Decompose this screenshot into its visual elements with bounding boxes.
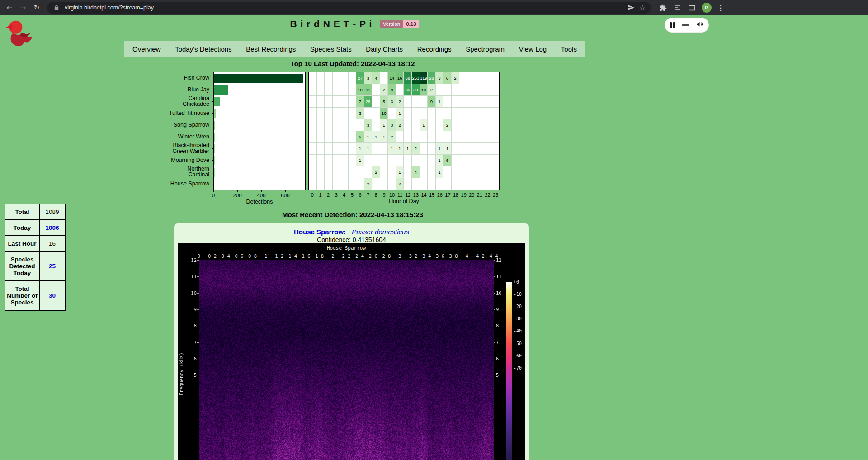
heatmap-cell: 5: [380, 96, 388, 108]
heatmap-cell: [459, 96, 467, 108]
heatmap-cell: 319: [420, 72, 428, 84]
heatmap-cell: 2: [396, 178, 404, 190]
heatmap-cell: 10: [380, 108, 388, 119]
heatmap-cell: [467, 72, 476, 84]
heatmap-cell: [467, 131, 476, 143]
hour-tick-label: 22: [484, 192, 492, 198]
nav-item-spectrogram[interactable]: Spectrogram: [466, 45, 505, 53]
detection-common-name-link[interactable]: House Sparrow:: [294, 228, 346, 236]
species-axis-label: Fish Crow: [108, 72, 213, 84]
nav-item-daily-charts[interactable]: Daily Charts: [366, 45, 403, 53]
pause-icon[interactable]: [670, 22, 675, 28]
bookmark-star-icon[interactable]: ☆: [639, 4, 646, 12]
seek-slider[interactable]: [682, 24, 689, 26]
stat-value-link[interactable]: 25: [49, 263, 56, 270]
nav-item-recordings[interactable]: Recordings: [417, 45, 452, 53]
nav-item-today-s-detections[interactable]: Today's Detections: [175, 45, 231, 53]
heatmap-cell: [436, 131, 444, 143]
heatmap-cell: [436, 119, 444, 131]
colorbar-tick-label: -10: [514, 292, 522, 297]
species-axis-labels: Fish CrowBlue JayCarolina ChickadeeTufte…: [108, 72, 213, 190]
live-stream-audio-player[interactable]: [665, 18, 709, 33]
hour-tick-label: 11: [396, 192, 404, 198]
heatmap-cell: [333, 131, 341, 143]
heatmap-cell: [349, 143, 357, 155]
hour-tick-label: 0: [308, 192, 316, 198]
heatmap-cell: 2: [396, 96, 404, 108]
nav-item-species-stats[interactable]: Species Stats: [310, 45, 352, 53]
url-text: virginia.birdnetpi.com/?stream=play: [65, 5, 623, 11]
heatmap-cell: 10: [420, 84, 428, 96]
heatmap-cell: [452, 84, 460, 96]
heatmap-cell: 16: [396, 72, 404, 84]
spectrogram-time-tick: 4·2: [476, 253, 485, 259]
profile-avatar[interactable]: P: [702, 3, 712, 13]
confidence-label: Confidence:: [317, 236, 351, 243]
spectrogram-title: House Sparrow: [199, 245, 494, 251]
heatmap-cell: [412, 178, 420, 190]
address-bar[interactable]: virginia.birdnetpi.com/?stream=play ☆: [47, 2, 651, 14]
heatmap-cell: [459, 119, 467, 131]
heatmap-cell: 68: [404, 72, 412, 84]
browser-forward-button[interactable]: →: [17, 2, 29, 14]
species-axis-label: Winter Wren: [108, 131, 213, 142]
reading-list-icon[interactable]: [673, 3, 682, 12]
heatmap-cell: [483, 178, 491, 190]
heatmap-cell: [420, 108, 428, 119]
heatmap-x-label: Hour of Day: [308, 198, 500, 204]
heatmap-cell: 1: [356, 143, 364, 155]
heatmap-cell: [483, 84, 491, 96]
heatmap-cell: [349, 131, 357, 143]
stat-value-link[interactable]: 30: [49, 292, 56, 299]
main-navigation: OverviewToday's DetectionsBest Recording…: [124, 41, 585, 57]
send-to-device-icon[interactable]: [627, 4, 635, 12]
hour-tick-label: 13: [412, 192, 420, 198]
stat-value-link[interactable]: 1006: [45, 224, 59, 231]
extensions-puzzle-icon[interactable]: [658, 3, 667, 12]
volume-icon[interactable]: [696, 21, 703, 29]
heatmap-cell: [443, 166, 452, 178]
spectrogram-time-tick: 3·2: [409, 253, 418, 259]
heatmap-cell: 1: [396, 108, 404, 119]
detections-bar: [214, 85, 228, 95]
detection-scientific-name-link[interactable]: Passer domesticus: [352, 228, 409, 236]
heatmap-cell: [428, 119, 436, 131]
recent-detection-heading: Most Recent Detection: 2022-04-13 18:15:…: [0, 211, 705, 218]
heatmap-cell: [309, 143, 317, 155]
hour-tick-label: 12: [404, 192, 412, 198]
heatmap-cell: [404, 178, 412, 190]
nav-item-view-log[interactable]: View Log: [519, 45, 547, 53]
browser-reload-button[interactable]: ↻: [31, 2, 42, 14]
hour-tick-label: 21: [476, 192, 484, 198]
heatmap-cell: [420, 166, 428, 178]
heatmap-hour-axis: 01234567891011121314151617181920212223: [308, 192, 500, 198]
heatmap-cell: [483, 143, 491, 155]
heatmap-cell: [428, 155, 436, 166]
heatmap-cell: 3: [436, 72, 444, 84]
heatmap-cell: [388, 155, 396, 166]
spectrogram-time-tick: 3·4: [422, 253, 431, 259]
browser-back-button[interactable]: ←: [4, 2, 15, 14]
nav-item-tools[interactable]: Tools: [561, 45, 577, 53]
heatmap-cell: [356, 119, 364, 131]
heatmap-cell: [333, 119, 341, 131]
heatmap-cell: [317, 108, 325, 119]
bar-row: [214, 108, 305, 119]
heatmap-cell: [349, 155, 357, 166]
nav-item-best-recordings[interactable]: Best Recordings: [246, 45, 296, 53]
heatmap-cell: [475, 143, 483, 155]
browser-menu-icon[interactable]: ⋮: [717, 4, 724, 12]
site-security-lock-icon[interactable]: [52, 4, 61, 12]
heatmap-cell: 9: [428, 96, 436, 108]
spectrogram-freq-tick: 5: [184, 372, 197, 378]
heatmap-cell: [309, 178, 317, 190]
heatmap-cell: [491, 108, 499, 119]
heatmap-cell: [388, 108, 396, 119]
heatmap-cell: 6: [356, 131, 364, 143]
colorbar-tick-label: -30: [514, 316, 522, 321]
heatmap-cell: [420, 131, 428, 143]
side-panel-icon[interactable]: [687, 3, 696, 12]
heatmap-cell: [491, 131, 499, 143]
nav-item-overview[interactable]: Overview: [132, 45, 161, 53]
species-axis-label: Song Sparrow: [108, 119, 213, 131]
